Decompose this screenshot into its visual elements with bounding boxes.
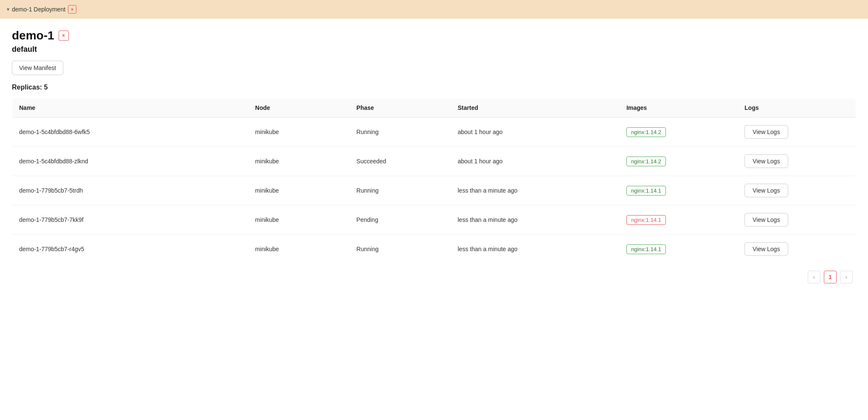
pagination-page-1-button[interactable]: 1 [824, 271, 837, 283]
cell-node-4: minikube [248, 235, 349, 264]
cell-started-2: less than a minute ago [451, 176, 620, 205]
cell-images-2: nginx:1.14.1 [620, 176, 738, 205]
cell-name-4: demo-1-779b5cb7-r4gv5 [12, 235, 248, 264]
cell-logs-1: View Logs [738, 147, 856, 176]
view-logs-button-3[interactable]: View Logs [744, 213, 788, 227]
cell-node-2: minikube [248, 176, 349, 205]
view-logs-button-0[interactable]: View Logs [744, 125, 788, 139]
cell-phase-4: Running [349, 235, 451, 264]
cell-phase-1: Succeeded [349, 147, 451, 176]
cell-phase-0: Running [349, 118, 451, 147]
table-row: demo-1-779b5cb7-7kk9f minikube Pending l… [12, 205, 856, 235]
cell-logs-4: View Logs [738, 235, 856, 264]
cell-name-2: demo-1-779b5cb7-5trdh [12, 176, 248, 205]
cell-started-4: less than a minute ago [451, 235, 620, 264]
table-row: demo-1-5c4bfdbd88-6wfk5 minikube Running… [12, 118, 856, 147]
tab-label: demo-1 Deployment [12, 6, 65, 13]
cell-node-3: minikube [248, 205, 349, 235]
col-header-name: Name [12, 98, 248, 118]
page-title: demo-1 [12, 29, 54, 42]
col-header-images: Images [620, 98, 738, 118]
cell-started-3: less than a minute ago [451, 205, 620, 235]
cell-images-1: nginx:1.14.2 [620, 147, 738, 176]
col-header-node: Node [248, 98, 349, 118]
image-badge-0: nginx:1.14.2 [626, 127, 666, 137]
cell-logs-3: View Logs [738, 205, 856, 235]
col-header-started: Started [451, 98, 620, 118]
tab-item-demo1[interactable]: ▾ demo-1 Deployment × [7, 5, 76, 14]
table-header-row: Name Node Phase Started Images Logs [12, 98, 856, 118]
tab-close-button[interactable]: × [68, 5, 76, 14]
cell-started-0: about 1 hour ago [451, 118, 620, 147]
view-logs-button-2[interactable]: View Logs [744, 184, 788, 197]
page-title-row: demo-1 × [12, 29, 856, 42]
cell-name-0: demo-1-5c4bfdbd88-6wfk5 [12, 118, 248, 147]
cell-images-3: nginx:1.14.1 [620, 205, 738, 235]
cell-logs-0: View Logs [738, 118, 856, 147]
view-logs-button-1[interactable]: View Logs [744, 154, 788, 168]
tab-bar: ▾ demo-1 Deployment × [0, 0, 868, 19]
image-badge-2: nginx:1.14.1 [626, 186, 666, 196]
pods-table: Name Node Phase Started Images Logs demo… [12, 98, 856, 264]
pagination: ‹ 1 › [12, 264, 856, 287]
cell-phase-2: Running [349, 176, 451, 205]
cell-node-1: minikube [248, 147, 349, 176]
view-logs-button-4[interactable]: View Logs [744, 242, 788, 256]
cell-images-4: nginx:1.14.1 [620, 235, 738, 264]
table-row: demo-1-5c4bfdbd88-zlknd minikube Succeed… [12, 147, 856, 176]
table-row: demo-1-779b5cb7-r4gv5 minikube Running l… [12, 235, 856, 264]
pagination-prev-button[interactable]: ‹ [808, 271, 820, 283]
replicas-label: Replicas: 5 [12, 84, 856, 91]
pagination-next-button[interactable]: › [840, 271, 853, 283]
image-badge-4: nginx:1.14.1 [626, 244, 666, 254]
cell-phase-3: Pending [349, 205, 451, 235]
col-header-phase: Phase [349, 98, 451, 118]
cell-logs-2: View Logs [738, 176, 856, 205]
cell-started-1: about 1 hour ago [451, 147, 620, 176]
image-badge-1: nginx:1.14.2 [626, 157, 666, 166]
view-manifest-button[interactable]: View Manifest [12, 61, 63, 75]
main-content: demo-1 × default View Manifest Replicas:… [0, 19, 868, 297]
cell-name-1: demo-1-5c4bfdbd88-zlknd [12, 147, 248, 176]
namespace-label: default [12, 45, 856, 54]
cell-node-0: minikube [248, 118, 349, 147]
table-row: demo-1-779b5cb7-5trdh minikube Running l… [12, 176, 856, 205]
title-close-button[interactable]: × [59, 31, 69, 41]
col-header-logs: Logs [738, 98, 856, 118]
cell-images-0: nginx:1.14.2 [620, 118, 738, 147]
tab-chevron-icon: ▾ [7, 6, 9, 12]
cell-name-3: demo-1-779b5cb7-7kk9f [12, 205, 248, 235]
image-badge-3: nginx:1.14.1 [626, 215, 666, 225]
